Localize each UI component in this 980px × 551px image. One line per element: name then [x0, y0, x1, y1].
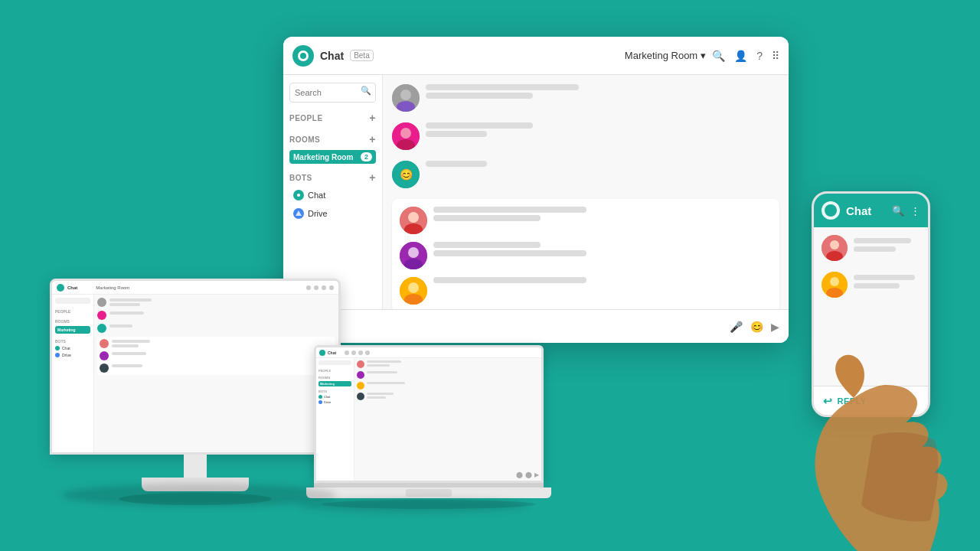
drive-bot-icon — [293, 208, 304, 219]
svg-point-9 — [400, 128, 411, 139]
avatar-6 — [400, 277, 427, 305]
svg-point-6 — [400, 90, 411, 100]
svg-point-17 — [408, 247, 419, 258]
mini-titlebar: Chat Marketing Room — [52, 281, 338, 295]
message-bar — [433, 242, 541, 248]
message-content-2 — [426, 122, 533, 137]
message-content-4 — [433, 207, 586, 221]
mini-room: Marketing Room — [96, 285, 129, 290]
emoji-icon[interactable]: 😊 — [750, 321, 763, 333]
mic-icon[interactable]: 🎤 — [730, 321, 743, 333]
mini-search — [55, 298, 90, 304]
bot-drive-label: Drive — [308, 209, 328, 218]
avatar-4 — [400, 207, 427, 234]
laptop-app: Chat PEOPLE ROOMS Marketing BOTS Chat — [316, 347, 541, 481]
phone-menu-icon[interactable]: ⋮ — [910, 205, 920, 217]
mini-app: Chat Marketing Room PEOPLE ROOMS Marketi… — [52, 281, 338, 452]
avatar-3: 😊 — [392, 161, 420, 188]
avatar-1 — [392, 84, 420, 112]
chat-bot-icon — [293, 190, 304, 201]
svg-point-26 — [830, 277, 839, 286]
message-6 — [400, 277, 772, 305]
add-people-button[interactable]: + — [369, 112, 376, 124]
message-2 — [392, 122, 779, 150]
room-name[interactable]: Marketing Room ▾ — [625, 50, 706, 61]
bot-chat-label: Chat — [308, 191, 325, 200]
message-bar — [426, 131, 487, 137]
help-icon[interactable]: ? — [756, 50, 763, 62]
rooms-section-label: ROOMS + — [289, 133, 376, 145]
bot-chat[interactable]: Chat — [289, 188, 376, 202]
message-bar — [433, 215, 541, 221]
svg-point-1 — [300, 53, 306, 59]
phone-msg-bars-1 — [854, 235, 911, 252]
message-5 — [400, 242, 772, 269]
laptop-avatar-2 — [357, 371, 364, 379]
room-badge: 2 — [361, 152, 372, 161]
add-bot-button[interactable]: + — [369, 171, 376, 184]
laptop-avatar-1 — [357, 360, 364, 368]
mini-avatar-1 — [97, 298, 106, 307]
svg-point-23 — [830, 240, 839, 249]
phone-search-icon[interactable]: 🔍 — [892, 205, 904, 217]
mini-chat-bot: Chat — [55, 346, 90, 350]
phone-msg-bars-2 — [854, 272, 915, 289]
mini-avatar-2 — [97, 311, 106, 320]
laptop-avatar-4 — [357, 393, 364, 400]
message-bar — [426, 84, 579, 90]
sidebar: 🔍 PEOPLE + ROOMS + Marketing Room 2 BOTS… — [283, 75, 383, 309]
header-icons: 🔍 👤 ? ⠿ — [712, 50, 779, 62]
laptop-sidebar: PEOPLE ROOMS Marketing BOTS Chat Drive — [316, 358, 354, 481]
mini-logo — [57, 284, 64, 292]
chat-area: 😊 — [383, 75, 789, 309]
message-content-3 — [426, 161, 487, 167]
room-item-marketing[interactable]: Marketing Room 2 — [289, 150, 376, 164]
mini-msg-1 — [97, 298, 335, 307]
add-room-button[interactable]: + — [369, 133, 376, 145]
chat-input-area: 🎤 😊 ▶ — [283, 309, 789, 343]
add-person-icon[interactable]: 👤 — [734, 50, 747, 62]
message-1 — [392, 84, 779, 112]
mini-msg-2 — [97, 311, 335, 320]
phone-logo-inner — [825, 204, 837, 217]
chevron-icon: ▾ — [701, 50, 706, 61]
phone-bar — [854, 246, 896, 252]
phone-msg-1 — [822, 235, 920, 261]
message-3: 😊 — [392, 161, 779, 188]
search-icon[interactable]: 🔍 — [712, 50, 725, 62]
send-icon[interactable]: ▶ — [771, 321, 779, 333]
svg-marker-4 — [296, 210, 302, 216]
monitor-shadow — [61, 484, 337, 507]
monitor-screen: Chat Marketing Room PEOPLE ROOMS Marketi… — [50, 279, 341, 455]
mini-drive-bot: Drive — [55, 353, 90, 357]
message-bar — [426, 122, 533, 129]
mini-people-label: PEOPLE — [55, 309, 90, 314]
laptop-chat: ⬤⬤▶ — [354, 358, 541, 481]
message-bar — [433, 277, 586, 283]
svg-point-14 — [408, 212, 419, 223]
svg-point-3 — [297, 194, 300, 197]
svg-point-20 — [408, 282, 419, 293]
laptop-msg-1 — [357, 360, 539, 368]
phone-header-icons: 🔍 ⋮ — [892, 205, 920, 217]
beta-badge: Beta — [350, 50, 374, 61]
message-bar — [426, 93, 533, 99]
mini-chat — [94, 295, 338, 452]
apps-icon[interactable]: ⠿ — [772, 50, 779, 62]
app-name: Chat — [320, 50, 344, 62]
mini-room-active: Marketing — [55, 326, 90, 334]
phone-avatar-1 — [822, 235, 848, 261]
mini-bots-label: BOTS — [55, 339, 90, 344]
mini-avatar-6 — [100, 364, 109, 373]
mini-rooms-label: ROOMS — [55, 319, 90, 324]
bot-drive[interactable]: Drive — [289, 207, 376, 220]
phone-logo — [822, 201, 840, 220]
app-logo — [292, 45, 314, 67]
phone-titlebar: Chat 🔍 ⋮ — [814, 194, 928, 227]
laptop-trackpad — [406, 489, 452, 497]
message-bar — [426, 161, 487, 167]
phone-app-name: Chat — [846, 204, 886, 217]
avatar-5 — [400, 242, 427, 269]
phone-bar — [854, 238, 911, 243]
mini-msg-box — [97, 337, 335, 375]
